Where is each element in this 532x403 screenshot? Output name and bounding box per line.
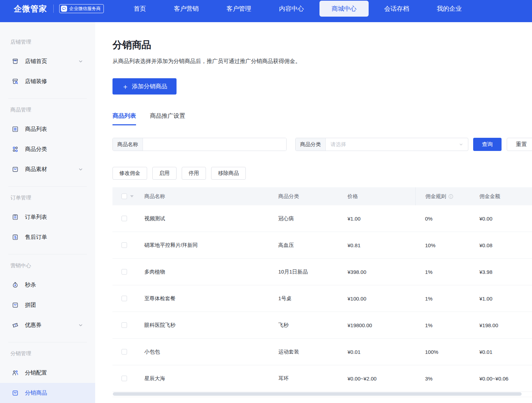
nav-item-home[interactable]: 首页: [134, 5, 146, 13]
product-category-select[interactable]: 请选择: [326, 138, 468, 151]
cell-rule: 1%: [415, 312, 470, 338]
tab-promotion-settings[interactable]: 商品推广设置: [150, 112, 185, 125]
products-table: 商品名称商品分类价格佣金规则佣金金额 视频测试冠心病¥1.000%¥0.00硝苯…: [112, 187, 532, 397]
row-checkbox[interactable]: [121, 376, 127, 381]
sidebar-item-flash-sale[interactable]: 秒杀: [0, 275, 95, 295]
cell-name: 视频测试: [139, 205, 273, 232]
row-checkbox[interactable]: [121, 322, 127, 328]
sidebar-item-label: 拼团: [25, 302, 36, 309]
column-header-rule: 佣金规则: [415, 187, 470, 205]
sidebar-item-label: 店铺首页: [25, 58, 47, 65]
column-label: 商品分类: [278, 193, 299, 200]
cell-price: ¥1.00: [342, 205, 415, 232]
action-modify-commission[interactable]: 修改佣金: [112, 167, 147, 180]
horizontal-scrollbar[interactable]: [113, 392, 522, 396]
cell-rule: 3%: [415, 365, 470, 392]
filter-row: 商品名称 商品分类 请选择 查询 重置: [112, 138, 532, 151]
select-all-checkbox[interactable]: [121, 194, 127, 199]
sidebar-item-label: 店铺装修: [25, 78, 47, 85]
sidebar-item-group-buy[interactable]: 拼团: [0, 295, 95, 315]
nav-item-content-center[interactable]: 内容中心: [279, 5, 304, 13]
action-enable[interactable]: 启用: [152, 167, 177, 180]
sidebar-divider: [8, 98, 87, 99]
product-name-input[interactable]: [143, 138, 286, 151]
sidebar-section-product-management: 商品管理: [10, 105, 95, 114]
sidebar-item-label: 商品列表: [25, 126, 47, 133]
nav-item-mall-center[interactable]: 商城中心: [319, 1, 369, 17]
sidebar-item-coupon[interactable]: 优惠券: [0, 315, 95, 335]
sidebar-item-label: 分销商品: [25, 389, 47, 397]
column-label: 商品名称: [144, 193, 165, 200]
sidebar-item-store-decoration[interactable]: 店铺装修: [0, 71, 95, 91]
sidebar-divider: [8, 342, 87, 342]
product-category-field: 商品分类 请选择: [295, 138, 468, 151]
row-checkbox-cell: [112, 205, 139, 232]
row-checkbox-cell: [112, 259, 139, 285]
column-label: 价格: [348, 193, 358, 200]
top-navbar: 企微管家 企业微信服务商 首页客户营销客户管理内容中心商城中心会话存档我的企业: [0, 0, 532, 22]
cell-amount: ¥0.00~¥0.06: [470, 365, 532, 392]
sidebar-item-label: 订单列表: [25, 214, 47, 221]
clipboard-icon: [11, 213, 19, 221]
nav-item-chat-archive[interactable]: 会话存档: [384, 5, 409, 13]
sidebar-section-store-management: 店铺管理: [10, 37, 95, 46]
sidebar-divider: [8, 186, 87, 187]
page-title: 分销商品: [112, 38, 532, 52]
action-disable[interactable]: 停用: [182, 167, 206, 180]
tabs: 商品列表商品推广设置: [112, 112, 532, 125]
bulk-actions: 修改佣金启用停用移除商品: [112, 167, 532, 180]
sidebar-section-marketing-center: 营销中心: [10, 261, 95, 270]
search-button[interactable]: 查询: [473, 138, 502, 151]
sidebar-item-label: 分销配置: [25, 369, 47, 377]
cell-rule: 100%: [415, 339, 470, 365]
table-row: 星辰大海耳环¥0.00~¥2.003%¥0.00~¥0.06: [112, 365, 532, 392]
table-row: 眼科医院飞秒飞秒¥19800.001%¥198.00: [112, 312, 532, 339]
row-checkbox[interactable]: [121, 296, 127, 301]
cell-name: 硝苯地平控释片/拜新同: [139, 232, 273, 258]
row-checkbox[interactable]: [121, 242, 127, 248]
cell-amount: ¥3.98: [470, 259, 532, 285]
sidebar-divider: [8, 254, 87, 254]
chevron-down-icon: [78, 322, 84, 328]
bag-icon: [11, 165, 19, 173]
row-checkbox-cell: [112, 339, 139, 365]
reset-button[interactable]: 重置: [507, 138, 532, 151]
cell-price: ¥0.01: [342, 339, 415, 365]
action-remove-product[interactable]: 移除商品: [211, 167, 246, 180]
row-checkbox[interactable]: [121, 216, 127, 221]
row-checkbox-cell: [112, 285, 139, 312]
sidebar-item-after-sale-order[interactable]: 售后订单: [0, 227, 95, 247]
cell-amount: ¥1.00: [470, 285, 532, 312]
sidebar-item-product-material[interactable]: 商品素材: [0, 159, 95, 179]
sidebar-item-distribution-config[interactable]: 分销配置: [0, 363, 95, 383]
table-bottom-line: [112, 397, 532, 397]
column-header-amount: 佣金金额: [470, 187, 532, 205]
stopwatch-icon: [11, 281, 19, 289]
cell-price: ¥100.00: [342, 285, 415, 312]
column-label: 佣金规则: [425, 193, 446, 200]
after-sale-icon: [11, 233, 19, 241]
cell-category: 冠心病: [273, 205, 342, 232]
table-row: 小包包运动套装¥0.01100%¥0.01: [112, 339, 532, 365]
list-icon: [11, 125, 19, 133]
nav-item-customer-marketing[interactable]: 客户营销: [174, 5, 199, 13]
info-icon[interactable]: [448, 194, 453, 199]
sidebar-item-distribution-product[interactable]: 分销商品: [0, 383, 95, 403]
row-checkbox[interactable]: [121, 349, 127, 355]
column-header-name: 商品名称: [139, 187, 273, 205]
sidebar-item-product-list[interactable]: 商品列表: [0, 119, 95, 139]
sidebar-item-order-list[interactable]: 订单列表: [0, 207, 95, 227]
row-checkbox[interactable]: [121, 269, 127, 275]
nav-item-my-company[interactable]: 我的企业: [437, 5, 462, 13]
sidebar-item-store-home[interactable]: 店铺首页: [0, 51, 95, 71]
sidebar-item-product-category[interactable]: 商品分类: [0, 139, 95, 159]
cell-category: 10月1日新品: [273, 259, 342, 285]
cell-price: ¥19800.00: [342, 312, 415, 338]
select-dropdown-caret[interactable]: [130, 195, 134, 197]
column-label: 佣金金额: [479, 193, 500, 200]
cell-rule: 1%: [415, 259, 470, 285]
tab-product-list[interactable]: 商品列表: [112, 112, 136, 125]
nav-item-customer-management[interactable]: 客户管理: [226, 5, 251, 13]
add-distribution-product-button[interactable]: ＋ 添加分销商品: [112, 78, 177, 95]
cell-price: ¥0.81: [342, 232, 415, 258]
